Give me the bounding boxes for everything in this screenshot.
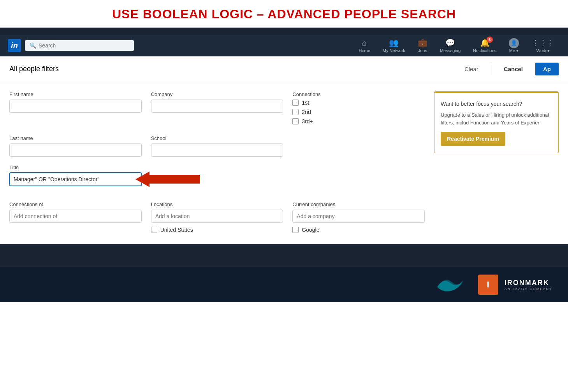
footer-bar: I IRONMARK AN IMAGE COMPANY [0, 267, 568, 302]
work-grid-icon: ⋮⋮⋮ [531, 38, 555, 47]
checkbox-united-states: United States [151, 227, 283, 233]
clear-button[interactable]: Clear [458, 63, 485, 75]
premium-card-heading: Want to better focus your search? [441, 100, 552, 108]
apply-button[interactable]: Ap [535, 63, 559, 75]
checkbox-google-box[interactable] [292, 227, 299, 233]
premium-sidebar: Want to better focus your search? Upgrad… [434, 91, 559, 244]
search-bar[interactable]: 🔍 [25, 40, 134, 51]
checkbox-1st-label: 1st [302, 100, 309, 106]
footer-bird-icon [435, 273, 466, 296]
locations-label: Locations [151, 201, 283, 207]
nav-item-me[interactable]: 👤 Me ▾ [503, 35, 524, 56]
nav-item-jobs[interactable]: 💼 Jobs [412, 35, 433, 56]
checkbox-google: Google [292, 227, 425, 233]
connections-spacer2 [292, 164, 425, 186]
nav-jobs-label: Jobs [418, 48, 427, 53]
connections-of-col: Connections of [9, 201, 142, 236]
footer-logo-area: I IRONMARK AN IMAGE COMPANY [478, 275, 552, 295]
filter-page: All people filters Clear Cancel Ap First… [0, 56, 568, 244]
premium-card-subtext: Upgrade to a Sales or Hiring pl unlock a… [441, 111, 552, 126]
jobs-icon: 💼 [418, 38, 427, 47]
locations-input[interactable] [151, 210, 283, 223]
school-col: School [151, 135, 283, 157]
section-divider [9, 194, 425, 201]
page-title: USE BOOLEAN LOGIC – ADVANCED PEOPLE SEAR… [0, 7, 568, 21]
nav-item-work[interactable]: ⋮⋮⋮ Work ▾ [526, 35, 560, 56]
last-name-label: Last name [9, 135, 142, 141]
current-companies-col: Current companies Google [292, 201, 425, 236]
network-icon: 👥 [389, 38, 399, 47]
filter-header: All people filters Clear Cancel Ap [0, 56, 568, 82]
title-banner: USE BOOLEAN LOGIC – ADVANCED PEOPLE SEAR… [0, 0, 568, 28]
company-label: Company [151, 91, 283, 97]
filter-main: First name Company Connections 1st 2nd [9, 91, 425, 244]
checkbox-2nd: 2nd [292, 109, 425, 115]
nav-item-home[interactable]: ⌂ Home [353, 35, 375, 56]
title-input-wrapper [9, 173, 142, 186]
connections-of-input[interactable] [9, 210, 142, 223]
nav-item-network[interactable]: 👥 My Network [377, 35, 411, 56]
school-input[interactable] [151, 144, 283, 157]
connections-col: Connections 1st 2nd 3rd+ [292, 91, 425, 128]
filter-row-2: Last name School [9, 135, 425, 157]
cancel-button[interactable]: Cancel [498, 63, 529, 75]
premium-card: Want to better focus your search? Upgrad… [434, 91, 559, 153]
nav-messaging-label: Messaging [440, 48, 461, 53]
nav-item-notifications[interactable]: 🔔 6 Notifications [468, 35, 502, 56]
last-name-col: Last name [9, 135, 142, 157]
connections-spacer [292, 135, 425, 157]
header-divider [491, 64, 491, 75]
arrow-head [135, 172, 149, 187]
company-col: Company [151, 91, 283, 128]
checkbox-us-box[interactable] [151, 227, 157, 233]
school-label: School [151, 135, 283, 141]
arrow-body [149, 175, 200, 184]
title-input[interactable] [9, 173, 142, 186]
checkbox-3rd-box[interactable] [292, 118, 299, 124]
title-col: Title [9, 164, 142, 186]
filter-header-title: All people filters [9, 65, 452, 73]
avatar: 👤 [509, 38, 519, 48]
ironmark-logo-icon: I [478, 275, 498, 295]
nav-network-label: My Network [383, 48, 405, 53]
linkedin-logo: in [8, 39, 21, 52]
first-name-col: First name [9, 91, 142, 128]
checkbox-google-label: Google [302, 227, 319, 233]
connections-of-label: Connections of [9, 201, 142, 207]
notifications-icon: 🔔 6 [480, 38, 490, 47]
ironmark-name: IRONMARK [505, 279, 552, 287]
checkbox-2nd-box[interactable] [292, 109, 299, 115]
last-name-input[interactable] [9, 144, 142, 157]
checkbox-1st: 1st [292, 100, 425, 106]
red-arrow-annotation [149, 175, 200, 184]
company-input[interactable] [151, 100, 283, 113]
nav-work-label: Work ▾ [536, 48, 550, 53]
checkbox-3rd-label: 3rd+ [302, 118, 313, 124]
first-name-input[interactable] [9, 100, 142, 113]
checkbox-3rd: 3rd+ [292, 118, 425, 124]
checkbox-2nd-label: 2nd [302, 109, 311, 115]
current-companies-label: Current companies [292, 201, 425, 207]
filter-row-title: Title [9, 164, 425, 186]
bottom-dark-bar [0, 244, 568, 267]
top-dark-bar [0, 28, 568, 35]
filter-row-bottom: Connections of Locations United States C… [9, 201, 425, 236]
linkedin-navbar: in 🔍 ⌂ Home 👥 My Network 💼 Jobs 💬 Messag… [0, 35, 568, 56]
reactivate-premium-button[interactable]: Reactivate Premium [441, 132, 505, 146]
notifications-badge: 6 [487, 37, 493, 43]
messaging-icon: 💬 [445, 38, 455, 47]
title-label: Title [9, 164, 142, 170]
nav-item-messaging[interactable]: 💬 Messaging [434, 35, 466, 56]
checkbox-us-label: United States [160, 227, 193, 233]
nav-items: ⌂ Home 👥 My Network 💼 Jobs 💬 Messaging 🔔… [353, 35, 560, 56]
locations-col: Locations United States [151, 201, 283, 236]
filter-body: First name Company Connections 1st 2nd [0, 82, 568, 244]
connections-label: Connections [292, 91, 425, 97]
checkbox-1st-box[interactable] [292, 100, 299, 106]
nav-me-label: Me ▾ [509, 48, 519, 53]
search-input[interactable] [39, 42, 129, 49]
first-name-label: First name [9, 91, 142, 97]
nav-home-label: Home [359, 48, 370, 53]
nav-notifications-label: Notifications [473, 48, 496, 53]
current-companies-input[interactable] [292, 210, 425, 223]
